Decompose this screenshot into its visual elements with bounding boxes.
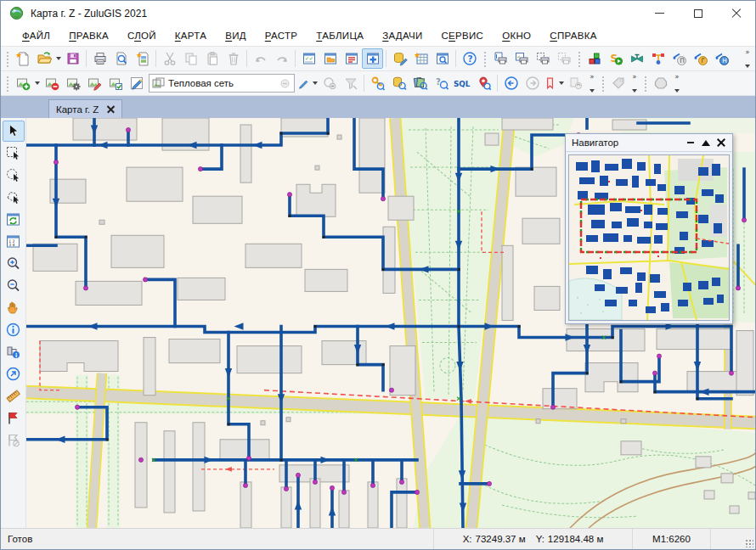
identify-search-button[interactable]: ? — [431, 73, 452, 93]
open-file-button[interactable] — [33, 48, 54, 69]
cut-button[interactable] — [159, 48, 180, 69]
save-button[interactable] — [62, 48, 83, 69]
layer-properties-button[interactable] — [62, 73, 83, 93]
print-button[interactable] — [89, 48, 110, 69]
navigator-close-button[interactable] — [714, 136, 729, 149]
edit-pencil-dropdown[interactable] — [311, 73, 319, 93]
layers-window-button[interactable]: ✓✓ — [298, 48, 319, 69]
toolbar-grip[interactable] — [5, 50, 9, 67]
info-button[interactable] — [3, 319, 25, 340]
select-rect-button[interactable] — [3, 143, 25, 164]
navigator-pin-button[interactable] — [698, 136, 714, 149]
remove-layer-button[interactable] — [41, 73, 62, 93]
select-circle-button[interactable] — [3, 165, 25, 186]
database-search-button[interactable] — [388, 73, 409, 93]
toolbar-grip[interactable] — [5, 75, 9, 92]
zoom-out-button[interactable] — [3, 275, 25, 296]
layer-search-button[interactable] — [409, 73, 431, 93]
menu-view[interactable]: ВИД — [216, 28, 256, 43]
menu-raster[interactable]: РАСТР — [256, 28, 307, 43]
bookmark-button[interactable] — [543, 73, 557, 93]
pan-hand-button[interactable] — [3, 297, 25, 318]
add-layer-button[interactable] — [12, 73, 33, 93]
polygon-button[interactable] — [650, 73, 671, 93]
object-info-button[interactable]: i — [3, 341, 25, 362]
sync-button[interactable] — [565, 73, 586, 93]
geo-search-button[interactable] — [473, 73, 494, 93]
toolbar-grip[interactable] — [601, 75, 605, 92]
navigator-title-bar[interactable]: Навигатор — [566, 134, 732, 152]
filter-button[interactable] — [340, 73, 361, 93]
maximize-button[interactable] — [679, 1, 717, 25]
key-search-button[interactable] — [367, 73, 388, 93]
legend-window-button[interactable] — [341, 48, 362, 69]
edit-pad-button[interactable] — [126, 73, 147, 93]
cancel-edit-button[interactable] — [319, 73, 340, 93]
toolbar-grip[interactable] — [577, 50, 581, 67]
bookmark-dropdown[interactable] — [557, 73, 565, 93]
piezometer-h-button[interactable]: Н — [711, 48, 732, 69]
edit-pencil-button[interactable] — [296, 73, 311, 93]
new-document-button[interactable]: ★ — [12, 48, 33, 69]
print-selection-button[interactable] — [532, 48, 553, 69]
toolbar-overflow-button[interactable]: » — [586, 72, 598, 94]
back-button[interactable] — [500, 73, 522, 93]
valve-button[interactable] — [626, 48, 647, 69]
toolbar-grip[interactable] — [643, 75, 647, 92]
copy-button[interactable] — [180, 48, 201, 69]
help-button[interactable]: ? — [459, 48, 480, 69]
piezometer-g-button[interactable]: Г — [690, 48, 711, 69]
print-list-button[interactable]: ✓ — [511, 48, 532, 69]
toolbar-overflow-button[interactable]: » — [742, 48, 753, 70]
toolbar-overflow-button[interactable]: » — [671, 72, 683, 94]
menu-table[interactable]: ТАБЛИЦА — [307, 28, 373, 43]
table-view-button[interactable] — [432, 48, 453, 69]
layer-edit-button[interactable] — [83, 73, 104, 93]
select-arrow-button[interactable] — [3, 121, 25, 142]
resize-grip[interactable] — [745, 539, 753, 547]
map-canvas[interactable]: Навигатор — [26, 118, 755, 528]
piezometer-p-button[interactable]: П — [669, 48, 690, 69]
layer-check-button[interactable] — [104, 73, 126, 93]
print-fragment-button[interactable] — [553, 48, 574, 69]
flag-button[interactable] — [3, 407, 25, 429]
toolbar-overflow-button[interactable]: » — [629, 72, 640, 94]
project-window-button[interactable] — [319, 48, 341, 69]
menu-layer[interactable]: СЛОЙ — [118, 28, 166, 43]
navigator-minimize-button[interactable] — [683, 136, 698, 149]
menu-service[interactable]: СЕРВИС — [432, 28, 494, 43]
undo-button[interactable] — [250, 48, 271, 69]
tab-close-icon[interactable] — [107, 105, 115, 113]
tab-map[interactable]: Карта г. Z — [48, 99, 122, 118]
print-map-button[interactable] — [489, 48, 511, 69]
menu-help[interactable]: СПРАВКА — [540, 28, 606, 43]
navigator-minimap[interactable] — [568, 154, 730, 321]
menu-window[interactable]: ОКНО — [493, 28, 540, 43]
open-file-dropdown[interactable] — [54, 48, 62, 69]
database-edit-button[interactable] — [389, 48, 410, 69]
menu-file[interactable]: ФАЙЛ — [13, 28, 59, 43]
minimize-button[interactable] — [640, 1, 679, 25]
scale-window-button[interactable]: 1 23 4 — [3, 231, 25, 252]
select-polygon-button[interactable] — [3, 187, 25, 208]
redo-button[interactable] — [271, 48, 292, 69]
toolbar-grip[interactable] — [482, 50, 487, 67]
network-topology-button[interactable] — [647, 48, 669, 69]
script-runner-button[interactable]: S — [605, 48, 626, 69]
layer-colors-button[interactable] — [584, 48, 605, 69]
menu-tasks[interactable]: ЗАДАЧИ — [373, 28, 432, 43]
new-map-button[interactable]: ★ — [132, 48, 153, 69]
paste-button[interactable] — [201, 48, 223, 69]
goto-button[interactable] — [3, 363, 25, 384]
add-layer-dropdown[interactable] — [33, 73, 41, 93]
zoom-in-button[interactable] — [3, 253, 25, 274]
tag-button[interactable] — [607, 73, 629, 93]
close-button[interactable] — [717, 1, 755, 25]
refresh-map-button[interactable] — [3, 209, 25, 230]
menu-edit[interactable]: ПРАВКА — [59, 28, 118, 43]
ruler-button[interactable] — [3, 385, 25, 407]
delete-button[interactable] — [223, 48, 244, 69]
menu-map[interactable]: КАРТА — [166, 28, 216, 43]
layer-select-combo[interactable]: Тепловая сеть — [149, 74, 295, 93]
print-preview-button[interactable] — [110, 48, 132, 69]
